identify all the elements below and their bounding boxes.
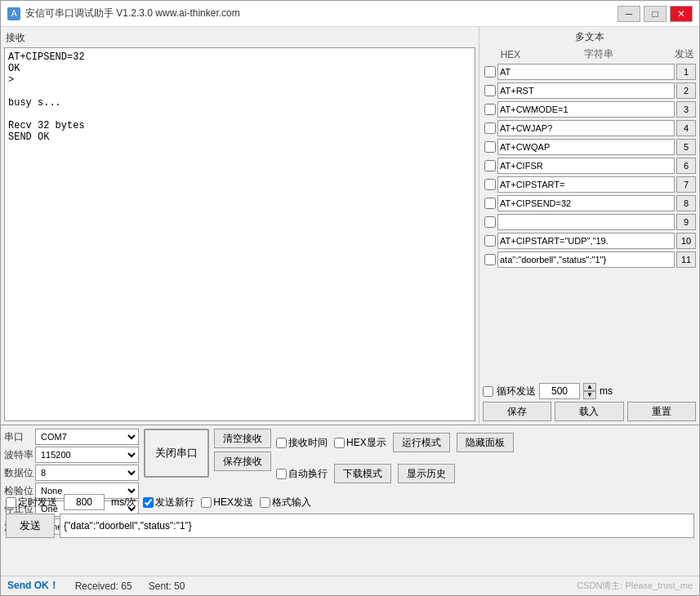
show-history-button[interactable]: 显示历史 bbox=[398, 464, 455, 483]
clear-save-buttons: 清空接收 保存接收 bbox=[214, 429, 271, 487]
send-options: 定时发送 ms/次 发送新行 HEX发送 格式输入 bbox=[6, 494, 694, 510]
hex-display-checkbox[interactable] bbox=[334, 438, 345, 448]
loop-spin-down[interactable]: ▼ bbox=[583, 391, 596, 399]
save-button[interactable]: 保存 bbox=[483, 402, 551, 421]
row-9-checkbox[interactable] bbox=[484, 216, 496, 228]
list-item: 3 bbox=[483, 100, 696, 118]
data-label: 数据位 bbox=[4, 466, 35, 480]
main-window: A 安信可串口调试助手 V1.2.3.0 www.ai-thinker.com … bbox=[0, 0, 700, 596]
data-select[interactable]: 8 bbox=[35, 465, 139, 481]
serial-config: 串口 COM7 波特率 115200 数据位 8 bbox=[4, 429, 139, 487]
send-ok-status: Send OK！ bbox=[7, 579, 59, 593]
reset-button[interactable]: 重置 bbox=[627, 402, 696, 421]
row-1-input[interactable] bbox=[497, 64, 675, 80]
multitext-footer: 循环发送 ▲ ▼ ms 保存 载入 重置 bbox=[483, 383, 696, 421]
format-input-checkbox[interactable] bbox=[260, 497, 270, 508]
row-1-checkbox[interactable] bbox=[484, 66, 496, 78]
row-10-input[interactable] bbox=[497, 233, 675, 249]
recv-time-label: 接收时间 bbox=[288, 436, 328, 450]
auto-newline-option: 自动换行 bbox=[276, 467, 328, 481]
close-button[interactable]: ✕ bbox=[670, 6, 693, 22]
recv-time-option: 接收时间 bbox=[276, 436, 328, 450]
row-2-send-button[interactable]: 2 bbox=[676, 82, 696, 99]
row-5-send-button[interactable]: 5 bbox=[676, 139, 696, 155]
hex-send-label: HEX发送 bbox=[213, 496, 253, 509]
row-11-input[interactable] bbox=[497, 251, 675, 268]
loop-spinner: ▲ ▼ bbox=[583, 383, 596, 399]
send-row: 发送 bbox=[6, 514, 694, 538]
run-mode-button[interactable]: 运行模式 bbox=[393, 433, 450, 452]
download-mode-button[interactable]: 下载模式 bbox=[334, 464, 391, 483]
row-6-input[interactable] bbox=[497, 158, 675, 174]
port-open-button[interactable]: 关闭串口 bbox=[144, 429, 209, 478]
row-6-send-button[interactable]: 6 bbox=[676, 158, 696, 174]
loop-spin-up[interactable]: ▲ bbox=[583, 383, 596, 391]
list-item: 11 bbox=[483, 251, 696, 269]
row-5-input[interactable] bbox=[497, 139, 675, 155]
send-button[interactable]: 发送 bbox=[6, 514, 55, 538]
baud-label: 波特率 bbox=[4, 448, 35, 462]
loop-unit-label: ms bbox=[600, 385, 613, 397]
row-8-input[interactable] bbox=[497, 195, 675, 211]
save-receive-button[interactable]: 保存接收 bbox=[214, 451, 271, 471]
maximize-button[interactable]: □ bbox=[644, 6, 667, 22]
receive-area[interactable]: AT+CIPSEND=32 OK > busy s... Recv 32 byt… bbox=[4, 47, 475, 421]
timed-send-interval-input[interactable] bbox=[64, 494, 105, 510]
row-4-send-button[interactable]: 4 bbox=[676, 120, 696, 136]
row-9-send-button[interactable]: 9 bbox=[676, 214, 696, 230]
load-button[interactable]: 载入 bbox=[555, 402, 623, 421]
newline-label: 发送新行 bbox=[155, 496, 194, 509]
row-2-input[interactable] bbox=[497, 82, 675, 99]
row-5-checkbox[interactable] bbox=[484, 141, 496, 153]
title-bar: A 安信可串口调试助手 V1.2.3.0 www.ai-thinker.com … bbox=[1, 1, 699, 27]
auto-newline-checkbox[interactable] bbox=[276, 469, 287, 479]
window-controls: ─ □ ✕ bbox=[618, 6, 693, 22]
row-11-checkbox[interactable] bbox=[484, 254, 496, 265]
auto-newline-label: 自动换行 bbox=[288, 467, 328, 481]
format-input-label: 格式输入 bbox=[272, 496, 311, 509]
left-panel: 接收 AT+CIPSEND=32 OK > busy s... Recv 32 … bbox=[1, 27, 479, 425]
row-6-checkbox[interactable] bbox=[484, 160, 496, 171]
row-3-input[interactable] bbox=[497, 101, 675, 118]
list-item: 8 bbox=[483, 194, 696, 212]
row-8-send-button[interactable]: 8 bbox=[676, 195, 696, 211]
timed-send-checkbox[interactable] bbox=[6, 497, 16, 508]
loop-send-label: 循环发送 bbox=[497, 385, 536, 398]
list-item: 10 bbox=[483, 232, 696, 250]
row-3-checkbox[interactable] bbox=[484, 104, 496, 115]
row-1-send-button[interactable]: 1 bbox=[676, 64, 696, 80]
row-4-input[interactable] bbox=[497, 120, 675, 136]
port-label: 串口 bbox=[4, 430, 35, 444]
options-row-1: 接收时间 HEX显示 运行模式 隐藏面板 bbox=[276, 429, 696, 456]
list-item: 2 bbox=[483, 82, 696, 100]
list-item: 9 bbox=[483, 213, 696, 231]
recv-time-checkbox[interactable] bbox=[276, 438, 287, 448]
row-10-send-button[interactable]: 10 bbox=[676, 233, 696, 249]
bottom-send-area: 定时发送 ms/次 发送新行 HEX发送 格式输入 发送 bbox=[1, 491, 699, 541]
row-2-checkbox[interactable] bbox=[484, 85, 496, 96]
row-7-input[interactable] bbox=[497, 176, 675, 193]
loop-send-checkbox[interactable] bbox=[483, 386, 493, 397]
row-10-checkbox[interactable] bbox=[484, 235, 496, 247]
newline-checkbox[interactable] bbox=[143, 497, 154, 508]
port-select[interactable]: COM7 bbox=[35, 429, 139, 445]
send-input[interactable] bbox=[60, 514, 694, 538]
loop-row: 循环发送 ▲ ▼ ms bbox=[483, 383, 696, 399]
loop-interval-input[interactable] bbox=[539, 383, 580, 399]
row-4-checkbox[interactable] bbox=[484, 122, 496, 134]
minimize-button[interactable]: ─ bbox=[618, 6, 640, 22]
baud-select[interactable]: 115200 bbox=[35, 447, 139, 463]
row-9-input[interactable] bbox=[497, 214, 675, 230]
hide-panel-button[interactable]: 隐藏面板 bbox=[457, 433, 514, 452]
row-8-checkbox[interactable] bbox=[484, 198, 496, 209]
ms-unit-label: ms/次 bbox=[111, 496, 136, 509]
options-row-2: 自动换行 下载模式 显示历史 bbox=[276, 460, 696, 487]
hex-send-checkbox[interactable] bbox=[201, 497, 212, 508]
clear-receive-button[interactable]: 清空接收 bbox=[214, 429, 271, 448]
row-7-send-button[interactable]: 7 bbox=[676, 176, 696, 193]
col-hex-label: HEX bbox=[497, 49, 524, 60]
bottom-area: 串口 COM7 波特率 115200 数据位 8 bbox=[1, 425, 699, 576]
row-7-checkbox[interactable] bbox=[484, 179, 496, 190]
row-11-send-button[interactable]: 11 bbox=[676, 251, 696, 268]
row-3-send-button[interactable]: 3 bbox=[676, 101, 696, 118]
